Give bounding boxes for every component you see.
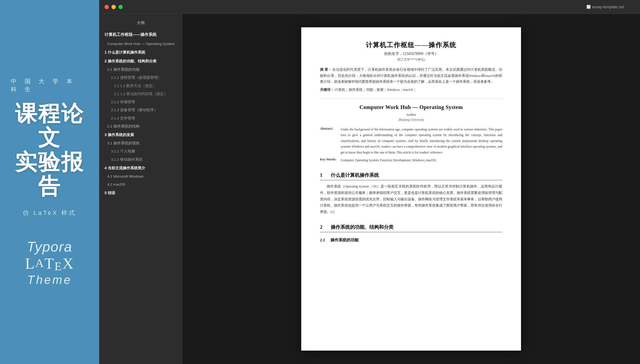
section2-heading: 2 操作系统的功能、结构和分类 — [320, 224, 502, 232]
paper-title-en: Computer Work Hub — Operating System — [320, 104, 502, 110]
content-area[interactable]: 计算机工作枢纽——操作系统 你的名字，12345678909（学号） 浙江大学*… — [182, 14, 640, 364]
abstract-cn: 摘 要： 在信息化时代背景下，计算机操作系统在各行业领域中得到了广泛应用。本文试… — [320, 67, 502, 85]
left-subtitle: 中 国 大 学 本 科 生 — [11, 77, 88, 93]
outline-item[interactable]: 计算机工作枢纽——操作系统 — [99, 30, 182, 40]
left-title-line2: 实验报告 — [11, 150, 88, 198]
outline-item[interactable]: 2.1.1.1 数学方法（假定） — [99, 82, 182, 90]
outline-item[interactable]: 3.1.1 个人电脑 — [99, 147, 182, 155]
section2-title: 操作系统的功能、结构和分类 — [331, 224, 393, 230]
markdown-icon: ⬜ — [586, 5, 591, 9]
outline-item[interactable]: 2.1.1.2 算法的代码实现（假定） — [99, 90, 182, 98]
abstract-text-en: Under the background of the information … — [341, 127, 502, 156]
keywords-en-row: Key Words: Computer; Operating System; F… — [320, 157, 502, 163]
keywords-label-en: Key Words: — [320, 157, 337, 163]
left-title-block: 课程论文 实验报告 — [11, 102, 88, 198]
mac-body: 大纲 计算机工作枢纽——操作系统 Computer Work Hub — Ope… — [99, 14, 640, 364]
outline-item[interactable]: 2.1 操作系统的功能 — [99, 66, 182, 74]
outline-item[interactable]: 2.1.2 存储管理 — [99, 98, 182, 106]
mac-titlebar: ⬜ essay-template.md — [99, 0, 640, 14]
outline-item[interactable]: 4.2 macOS — [99, 181, 182, 189]
outline-item[interactable]: 4 当前主流操作系统简介 — [99, 164, 182, 172]
abstract-label-en: Abstract: — [320, 127, 337, 156]
outline-item[interactable]: Computer Work Hub — Operating System — [99, 40, 182, 48]
abstract-en-row: Abstract: Under the background of the in… — [320, 127, 502, 156]
outline-item[interactable]: 3 操作系统的发展 — [99, 130, 182, 139]
section1-num: 1 — [320, 172, 325, 178]
outline-sidebar[interactable]: 大纲 计算机工作枢纽——操作系统 Computer Work Hub — Ope… — [99, 14, 182, 364]
section1-heading: 1 什么是计算机操作系统 — [320, 172, 502, 180]
left-title-line1: 课程论文 — [11, 102, 88, 150]
abstract-label-cn: 摘 要： — [320, 68, 332, 72]
left-panel: 中 国 大 学 本 科 生 课程论文 实验报告 仿 LaTeX 样式 Typor… — [0, 0, 99, 364]
outline-item[interactable]: 1 什么是计算机操作系统 — [99, 48, 182, 57]
outline-item[interactable]: 5 结语 — [99, 189, 182, 197]
outline-item[interactable]: 2.1.1 进程管理（处理器管理） — [99, 74, 182, 82]
outline-item[interactable]: 2.1.3 设备管理（驱动程序） — [99, 106, 182, 114]
keywords-cn: 关键词： 计算机；操作系统；功能；发展；Windows；macOS； — [320, 88, 502, 92]
outline-item[interactable]: 2.1.4 文件管理 — [99, 114, 182, 122]
left-style-label: 仿 LaTeX 样式 — [23, 209, 77, 217]
outline-item[interactable]: 2.2 操作系统的结构 — [99, 122, 182, 130]
section2-1-title: 操作系统的功能 — [330, 238, 359, 243]
section1-title: 什么是计算机操作系统 — [331, 172, 379, 178]
outline-item[interactable]: 2 操作系统的功能、结构和分类 — [99, 57, 182, 66]
paper-affil-cn: 浙江大学****(单位) — [320, 57, 502, 62]
section1-text: 操作系统（Operating System，OS）是一组相互关联的系统软件程序，… — [320, 183, 502, 215]
section2-num: 2 — [320, 224, 325, 230]
keywords-label-cn: 关键词： — [320, 88, 334, 92]
paper-author-en: Author — [320, 112, 502, 117]
keywords-text-en: Computer; Operating System; Function; De… — [341, 157, 502, 163]
left-brand-block: Typora LATEX Theme — [25, 238, 74, 287]
latex-label: LATEX — [25, 255, 74, 273]
paper-affil-en: Zhejiang University — [320, 118, 502, 122]
outline-item[interactable]: 3.1 操作系统的现状 — [99, 139, 182, 147]
outline-item[interactable]: 4.1 Microsoft Windows — [99, 172, 182, 181]
section2-1-num: 2.1 — [320, 238, 327, 242]
right-panel: ⬜ essay-template.md 大纲 计算机工作枢纽——操作系统 Com… — [99, 0, 640, 364]
minimize-button[interactable] — [111, 5, 116, 9]
theme-label: Theme — [25, 273, 74, 287]
mac-window-buttons — [105, 5, 123, 9]
maximize-button[interactable] — [118, 5, 123, 9]
keywords-text-cn: 计算机；操作系统；功能；发展；Windows；macOS； — [335, 88, 416, 92]
close-button[interactable] — [105, 5, 109, 9]
paper-document: 计算机工作枢纽——操作系统 你的名字，12345678909（学号） 浙江大学*… — [301, 27, 521, 351]
filename-text: essay-template.md — [592, 5, 624, 9]
mac-filename: ⬜ essay-template.md — [586, 5, 624, 9]
section2-1-heading: 2.1 操作系统的功能 — [320, 238, 502, 243]
outline-item[interactable]: 3.1.2 移动操作系统 — [99, 156, 182, 164]
divider — [320, 99, 502, 99]
typora-label: Typora — [25, 238, 74, 255]
paper-title-cn: 计算机工作枢纽——操作系统 — [320, 41, 502, 49]
outline-header: 大纲 — [99, 18, 182, 30]
abstract-text-cn: 在信息化时代背景下，计算机操作系统在各行业领域中得到了广泛应用。本文试图通过对计… — [320, 68, 502, 84]
paper-author-cn: 你的名字，12345678909（学号） — [320, 51, 502, 56]
